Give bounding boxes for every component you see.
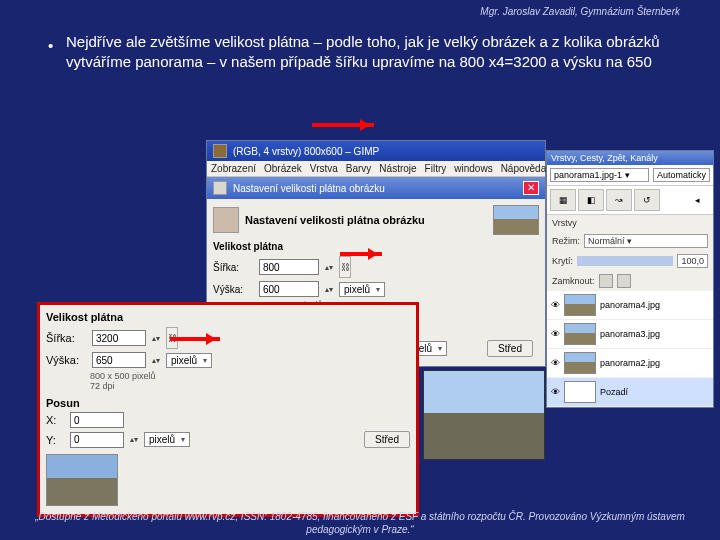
menu-filtry[interactable]: Filtry — [425, 163, 447, 174]
menu-obrazek[interactable]: Obrázek — [264, 163, 302, 174]
tab-undo-icon[interactable]: ↺ — [634, 189, 660, 211]
image-selector[interactable]: panorama1.jpg-1 ▾ — [550, 168, 649, 182]
zoom-size-info: 800 x 500 pixelů72 dpi — [90, 371, 410, 391]
gimp-icon — [213, 144, 227, 158]
lock-label: Zamknout: — [552, 276, 595, 286]
spinner-icon[interactable]: ▴▾ — [325, 285, 333, 294]
menu-vrstva[interactable]: Vrstva — [310, 163, 338, 174]
spinner-icon[interactable]: ▴▾ — [130, 435, 138, 444]
close-icon[interactable]: ✕ — [523, 181, 539, 195]
width-input[interactable] — [259, 259, 319, 275]
zoom-inset: Velikost plátna Šířka: ▴▾ ⛓ Výška: ▴▾ pi… — [37, 302, 419, 517]
tab-paths-icon[interactable]: ↝ — [606, 189, 632, 211]
layer-name: Pozadí — [600, 387, 628, 397]
zoom-width-input[interactable] — [92, 330, 146, 346]
unit-dropdown[interactable]: pixelů — [339, 282, 385, 297]
layer-thumb-icon — [564, 381, 596, 403]
layers-titlebar: Vrstvy, Cesty, Zpět, Kanály — [547, 151, 713, 165]
offset-y-label: Y: — [46, 434, 64, 446]
zoom-height-label: Výška: — [46, 354, 86, 366]
layer-thumb-icon — [564, 323, 596, 345]
width-label: Šířka: — [213, 262, 253, 273]
mode-label: Režim: — [552, 236, 580, 246]
preview-thumb-icon — [46, 454, 118, 506]
attribution: Mgr. Jaroslav Zavadil, Gymnázium Šternbe… — [480, 6, 680, 17]
center-button[interactable]: Střed — [487, 340, 533, 357]
spinner-icon[interactable]: ▴▾ — [152, 356, 160, 365]
tab-menu-icon[interactable]: ◂ — [684, 189, 710, 211]
tab-channels-icon[interactable]: ◧ — [578, 189, 604, 211]
eye-icon[interactable]: 👁 — [551, 300, 560, 310]
red-arrow-icon — [312, 123, 374, 127]
menu-napoveda[interactable]: Nápověda — [501, 163, 547, 174]
spinner-icon[interactable]: ▴▾ — [325, 263, 333, 272]
canvas-preview — [46, 454, 410, 508]
menu-barvy[interactable]: Barvy — [346, 163, 372, 174]
bullet-dot-icon: • — [48, 36, 53, 56]
tab-layers-icon[interactable]: ▦ — [550, 189, 576, 211]
menu-nastroje[interactable]: Nástroje — [379, 163, 416, 174]
opacity-value[interactable]: 100,0 — [677, 254, 708, 268]
resize-icon — [213, 181, 227, 195]
layers-section-label: Vrstvy — [547, 215, 713, 231]
layer-name: panorama2.jpg — [600, 358, 660, 368]
dialog-icon — [213, 207, 239, 233]
layer-name: panorama4.jpg — [600, 300, 660, 310]
offset-x-input[interactable] — [70, 412, 124, 428]
gimp-titlebar: (RGB, 4 vrstvy) 800x600 – GIMP — [207, 141, 545, 161]
layer-thumb-icon — [564, 352, 596, 374]
spinner-icon[interactable]: ▴▾ — [152, 334, 160, 343]
layers-panel: Vrstvy, Cesty, Zpět, Kanály panorama1.jp… — [546, 150, 714, 408]
canvas-dialog-title: Nastavení velikosti plátna obrázku — [233, 183, 385, 194]
chain-link-icon[interactable]: ⛓ — [339, 256, 351, 278]
opacity-label: Krytí: — [552, 256, 573, 266]
gimp-menubar[interactable]: Zobrazení Obrázek Vrstva Barvy Nástroje … — [207, 161, 545, 177]
layer-item[interactable]: 👁Pozadí — [547, 378, 713, 407]
zoom-posun-label: Posun — [46, 397, 410, 409]
footer-credit: „Dostupné z Metodického portálu www.rvp.… — [18, 511, 702, 536]
eye-icon[interactable]: 👁 — [551, 387, 560, 397]
layer-item[interactable]: 👁panorama2.jpg — [547, 349, 713, 378]
offset-x-label: X: — [46, 414, 64, 426]
opacity-slider[interactable] — [577, 256, 673, 266]
height-input[interactable] — [259, 281, 319, 297]
offset-y-input[interactable] — [70, 432, 124, 448]
zoom-height-input[interactable] — [92, 352, 146, 368]
layer-thumb-icon — [564, 294, 596, 316]
layer-list: 👁panorama4.jpg 👁panorama3.jpg 👁panorama2… — [547, 291, 713, 407]
offset-unit-dropdown[interactable]: pixelů — [144, 432, 190, 447]
auto-button[interactable]: Automaticky — [653, 168, 710, 182]
red-arrow-icon — [170, 337, 220, 341]
menu-zobrazeni[interactable]: Zobrazení — [211, 163, 256, 174]
lock-alpha-icon[interactable] — [617, 274, 631, 288]
zoom-size-label: Velikost plátna — [46, 311, 410, 323]
red-arrow-icon — [340, 252, 382, 256]
image-canvas-preview — [423, 370, 545, 460]
height-label: Výška: — [213, 284, 253, 295]
mode-dropdown[interactable]: Normální ▾ — [584, 234, 708, 248]
canvas-dialog-titlebar: Nastavení velikosti plátna obrázku ✕ — [207, 177, 545, 199]
canvas-dialog-header: Nastavení velikosti plátna obrázku — [245, 214, 425, 226]
bullet-text: • Nejdříve ale zvětšíme velikost plátna … — [36, 32, 690, 73]
eye-icon[interactable]: 👁 — [551, 329, 560, 339]
zoom-center-button[interactable]: Střed — [364, 431, 410, 448]
dock-tabs[interactable]: ▦ ◧ ↝ ↺ ◂ — [547, 186, 713, 215]
lock-pixels-icon[interactable] — [599, 274, 613, 288]
layer-item[interactable]: 👁panorama3.jpg — [547, 320, 713, 349]
zoom-width-label: Šířka: — [46, 332, 86, 344]
layer-name: panorama3.jpg — [600, 329, 660, 339]
eye-icon[interactable]: 👁 — [551, 358, 560, 368]
menu-windows[interactable]: windows — [454, 163, 492, 174]
gimp-title-text: (RGB, 4 vrstvy) 800x600 – GIMP — [233, 146, 379, 157]
dialog-preview-thumb — [493, 205, 539, 235]
layer-item[interactable]: 👁panorama4.jpg — [547, 291, 713, 320]
zoom-unit-dropdown[interactable]: pixelů — [166, 353, 212, 368]
